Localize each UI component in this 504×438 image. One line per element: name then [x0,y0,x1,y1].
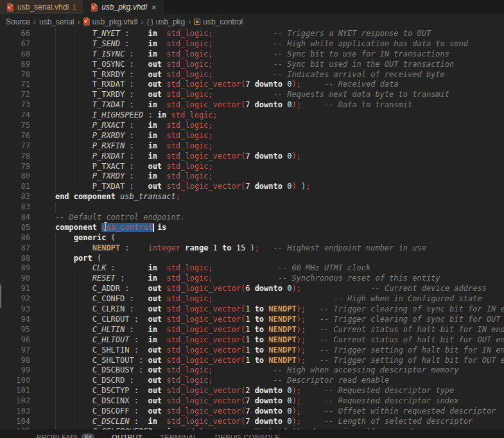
tab-usb_serial-vhdl[interactable]: usb_serial.vhdl1 [0,0,84,14]
code-line[interactable]: 79 P_TXACT : out std_logic; [0,162,504,172]
indent-guide [74,376,74,386]
code-line[interactable]: 78 P_RXDAT : in std_logic_vector(7 downt… [0,152,504,162]
code-line[interactable]: 98 C_SHLTOUT : out std_logic_vector(1 to… [0,356,504,366]
breadcrumb-item-usb_serial[interactable]: usb_serial [39,17,74,26]
line-number: 85 [0,223,37,233]
code-line[interactable]: 87 NENDPT : integer range 1 to 15 ); -- … [0,243,504,254]
code-line[interactable]: 96 C_HLTOUT : in std_logic_vector(1 to N… [0,335,504,346]
code-line[interactable]: 72 T_TXRDY : out std_logic; -- Requests … [0,90,504,100]
breadcrumb-label: Source [6,17,30,26]
line-number: 80 [0,171,37,182]
code-line[interactable]: 80 P_TXRDY : in std_logic; [0,171,504,182]
tab-usb_pkg-vhdl[interactable]: usb_pkg.vhdl× [84,0,164,14]
indent-guide [74,60,74,70]
code-line[interactable]: 99 C_DSCBUSY : out std_logic; -- High wh… [0,365,504,376]
code-line[interactable]: 102 C_DSCINX : out std_logic_vector(7 do… [0,396,504,407]
line-number: 91 [0,284,37,294]
line-number: 94 [0,315,37,325]
line-number: 97 [0,346,37,356]
code-line[interactable]: 97 C_SHLTIN : out std_logic_vector(1 to … [0,346,504,356]
symbol-component-icon [194,19,200,25]
code-line[interactable]: 104 C_DSCLEN : in std_logic_vector(7 dow… [0,417,504,427]
panel-tab-terminal[interactable]: TERMINAL [160,434,198,438]
code-line-text: C_SHLTIN : out std_logic_vector(1 to NEN… [37,346,504,356]
line-number: 74 [0,110,37,121]
line-number: 96 [0,335,37,346]
close-icon[interactable]: × [151,3,157,12]
code-line[interactable]: 101 C_DSCTYP : out std_logic_vector(2 do… [0,386,504,396]
line-number: 66 [0,29,37,39]
code-line[interactable]: 71 T_RXDAT : out std_logic_vector(7 down… [0,80,504,90]
code-line[interactable]: 86 generic ( [0,233,504,243]
code-line-text: P_TXDAT : out std_logic_vector(7 downto … [37,182,504,192]
code-line[interactable]: 75 P_RXACT : in std_logic; [0,121,504,131]
gutter-decoration [0,285,1,308]
code-line-text: C_SHLTOUT : out std_logic_vector(1 to NE… [37,356,504,366]
code-line[interactable]: 77 P_RXFIN : in std_logic; [0,141,504,152]
breadcrumb-label: usb_pkg.vhdl [92,17,138,26]
code-line-text: C_DSCRD : out std_logic; -- Descriptor r… [37,376,504,386]
panel-tab-debug-console[interactable]: DEBUG CONSOLE [215,434,280,438]
indent-guide [55,182,56,192]
indent-guide [74,29,74,39]
code-line-text: P_RXDAT : in std_logic_vector(7 downto 0… [37,152,504,162]
code-line[interactable]: 90 RESET : in std_logic; -- Synchronous … [0,274,504,284]
code-line[interactable]: 95 C_HLTIN : in std_logic_vector(1 to NE… [0,325,504,335]
code-line[interactable]: 100 C_DSCRD : out std_logic; -- Descript… [0,376,504,386]
indent-guide [74,70,74,80]
code-line-text: T_OSYNC : out std_logic; -- Sync bit use… [37,60,504,70]
code-line[interactable]: 84 -- Default control endpoint. [0,213,504,223]
code-line[interactable]: 70 T_RXRDY : out std_logic; -- Indicates… [0,70,504,80]
indent-guide [55,131,56,141]
indent-guide [55,29,56,39]
line-number: 76 [0,131,37,141]
breadcrumb-item-usb_control[interactable]: usb_control [194,17,243,26]
chevron-right-icon: › [78,17,80,26]
code-line[interactable]: 91 C_ADDR : out std_logic_vector(6 downt… [0,284,504,294]
indent-guide [55,417,56,427]
code-line[interactable]: 92 C_CONFD : out std_logic; -- High when… [0,294,504,304]
code-line[interactable]: 83 [0,202,504,213]
breadcrumb-item-usb_pkg-vhdl[interactable]: usb_pkg.vhdl [83,17,138,26]
breadcrumb-item-usb_pkg[interactable]: { }usb_pkg [146,17,185,26]
indent-guide [55,346,56,356]
code-line[interactable]: 94 C_CLROUT : out std_logic_vector(1 to … [0,315,504,325]
line-number: 75 [0,121,37,131]
indent-guide [74,80,74,90]
indent-guide [55,110,56,121]
indent-guide [74,356,74,366]
code-line[interactable]: 74 I_HIGHSPEED : in std_logic; [0,110,504,121]
code-line[interactable]: 73 T_TXDAT : in std_logic_vector(7 downt… [0,100,504,110]
indent-guide [74,417,74,427]
indent-guide [74,284,74,294]
indent-guide [74,49,74,60]
code-line[interactable]: 76 P_RXRDY : in std_logic; [0,131,504,141]
selected-text[interactable]: usb_control [101,223,152,232]
indent-guide [55,254,56,264]
code-line[interactable]: 93 C_CLRIN : out std_logic_vector(1 to N… [0,304,504,315]
code-line[interactable]: 81 P_TXDAT : out std_logic_vector(7 down… [0,182,504,192]
code-line[interactable]: 67 T_SEND : in std_logic; -- High while … [0,39,504,49]
vhdl-file-icon [83,17,90,26]
panel-tab-problems[interactable]: PROBLEMS64 [37,434,94,438]
indent-guide [55,325,56,335]
line-number: 86 [0,233,37,243]
code-line[interactable]: 69 T_OSYNC : out std_logic; -- Sync bit … [0,60,504,70]
indent-guide [74,263,74,274]
panel-tab-output[interactable]: OUTPUT [112,434,143,438]
code-line[interactable]: 68 T_ISYNC : in std_logic; -- Sync bit t… [0,49,504,60]
code-line-text: P_TXRDY : in std_logic; [37,171,504,182]
indent-guide [74,90,74,100]
code-line-text: C_CLRIN : out std_logic_vector(1 to NEND… [37,304,504,315]
code-line[interactable]: 89 CLK : in std_logic; -- 60 MHz UTMI cl… [0,263,504,274]
code-editor[interactable]: 66 T_NYET : in std_logic; -- Triggers a … [0,29,504,430]
code-line[interactable]: 66 T_NYET : in std_logic; -- Triggers a … [0,29,504,39]
line-number: 102 [0,396,37,407]
code-line[interactable]: 82 end component usb_transact; [0,192,504,202]
vhdl-file-icon [91,3,98,12]
code-line[interactable]: 85 component usb_control is [0,223,504,233]
code-line[interactable]: 103 C_DSCOFF : out std_logic_vector(7 do… [0,407,504,417]
breadcrumb-item-Source[interactable]: Source [6,17,30,26]
code-line-text: I_HIGHSPEED : in std_logic; [37,110,504,121]
code-line[interactable]: 88 port ( [0,254,504,264]
